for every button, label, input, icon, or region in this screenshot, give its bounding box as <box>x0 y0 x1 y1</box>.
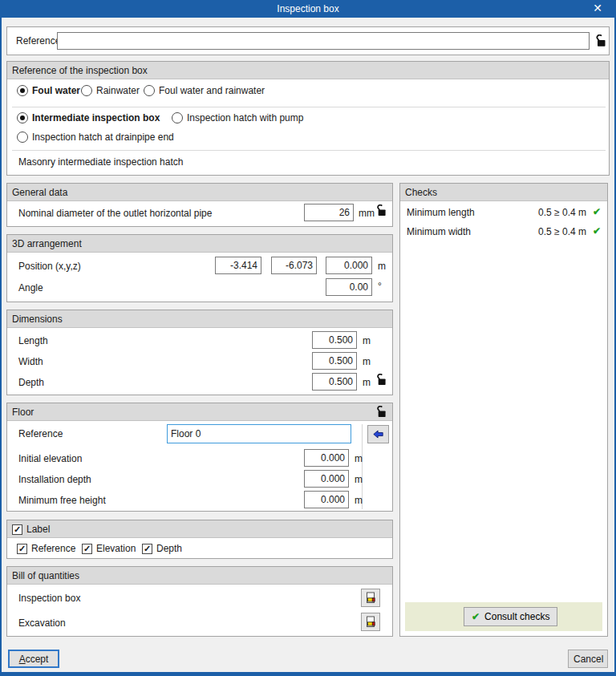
radio-icon <box>172 112 183 123</box>
label-group-title: Label <box>26 524 50 535</box>
check-min-length-label: Minimum length <box>407 207 475 218</box>
back-arrow-icon <box>373 429 383 439</box>
depth-unit: m <box>363 377 371 388</box>
unlock-icon[interactable] <box>375 406 387 420</box>
check-icon: ✔ <box>472 611 480 622</box>
floor-reference-input[interactable] <box>167 424 351 443</box>
width-unit: m <box>363 356 371 367</box>
consult-checks-button[interactable]: ✔ Consult checks <box>464 607 557 626</box>
radio-icon <box>144 85 155 96</box>
reference-label: Reference <box>16 35 60 47</box>
reference-input[interactable] <box>57 32 590 50</box>
boq-inspection-box-label: Inspection box <box>18 593 80 604</box>
checkbox-label: Reference <box>31 543 75 554</box>
depth-label: Depth <box>18 377 44 388</box>
unlock-icon[interactable] <box>594 34 606 50</box>
type-group: Reference of the inspection box Foul wat… <box>6 61 610 176</box>
unlock-icon[interactable] <box>375 204 387 219</box>
radio-inspection-hatch-with-pump[interactable]: Inspection hatch with pump <box>172 111 303 124</box>
titlebar: Inspection box ✕ <box>0 0 616 18</box>
label-checkbox[interactable]: ✓ Label <box>12 523 50 536</box>
select-floor-button[interactable] <box>367 425 389 443</box>
position-y-input[interactable] <box>271 257 317 274</box>
boq-excavation-button[interactable] <box>361 613 380 631</box>
radio-inspection-hatch-drainpipe-end[interactable]: Inspection hatch at drainpipe end <box>17 131 174 144</box>
label-depth-checkbox[interactable]: ✓ Depth <box>142 542 182 555</box>
radio-label: Intermediate inspection box <box>32 112 160 123</box>
diameter-label: Nominal diameter of the outlet horizonta… <box>18 208 212 219</box>
dialog-title: Inspection box <box>0 0 616 18</box>
angle-label: Angle <box>18 282 43 293</box>
checks-title: Checks <box>400 184 607 201</box>
min-free-height-unit: m <box>355 495 363 506</box>
check-min-width-value: 0.5 ≥ 0.4 m <box>538 226 586 237</box>
radio-label: Inspection hatch at drainpipe end <box>32 132 174 143</box>
min-free-height-label: Minimum free height <box>18 495 106 506</box>
initial-elevation-unit: m <box>355 453 363 464</box>
inspection-box-dialog: Inspection box ✕ Reference Reference of … <box>0 0 616 676</box>
radio-label: Rainwater <box>96 85 140 96</box>
floor-group: Floor Reference Initial elevation m Inst… <box>6 403 393 512</box>
radio-foul-water[interactable]: Foul water <box>17 84 80 97</box>
radio-rainwater[interactable]: Rainwater <box>81 84 140 97</box>
check-pass-icon: ✔ <box>593 225 601 237</box>
boq-inspection-box-button[interactable] <box>361 589 380 607</box>
accept-label: Accept <box>19 654 49 665</box>
consult-checks-label: Consult checks <box>484 611 549 622</box>
check-pass-icon: ✔ <box>593 206 601 217</box>
label-reference-checkbox[interactable]: ✓ Reference <box>17 542 75 555</box>
checks-group: Checks Minimum length 0.5 ≥ 0.4 m ✔ Mini… <box>399 183 608 637</box>
boq-title: Bill of quantities <box>7 567 392 585</box>
arrangement-group: 3D arrangement Position (x,y,z) m Angle … <box>6 234 393 302</box>
separator <box>12 150 606 151</box>
checkbox-checked-icon: ✓ <box>82 544 92 554</box>
angle-input[interactable] <box>326 278 372 296</box>
floor-title: Floor <box>7 403 392 421</box>
position-unit: m <box>378 261 386 272</box>
check-min-width-label: Minimum width <box>407 226 471 237</box>
position-z-input[interactable] <box>326 257 372 274</box>
length-input[interactable] <box>312 331 357 349</box>
label-elevation-checkbox[interactable]: ✓ Elevation <box>82 542 136 555</box>
checkbox-checked-icon: ✓ <box>12 524 22 535</box>
diameter-unit: mm <box>359 208 375 219</box>
checkbox-label: Elevation <box>96 543 136 554</box>
radio-foul-and-rainwater[interactable]: Foul water and rainwater <box>144 84 265 97</box>
check-min-length-value: 0.5 ≥ 0.4 m <box>538 207 586 218</box>
radio-label: Inspection hatch with pump <box>187 112 303 123</box>
checkbox-label: Depth <box>156 543 182 554</box>
dimensions-title: Dimensions <box>7 310 392 328</box>
unlock-icon[interactable] <box>375 374 387 388</box>
type-description: Masonry intermediate inspection hatch <box>18 156 183 168</box>
boq-group: Bill of quantities Inspection box Excava… <box>6 566 393 637</box>
floor-reference-label: Reference <box>18 428 63 439</box>
radio-icon <box>81 85 92 96</box>
checkbox-checked-icon: ✓ <box>142 544 152 554</box>
cancel-label: Cancel <box>573 654 603 665</box>
boq-excavation-label: Excavation <box>18 617 66 629</box>
boq-icon <box>364 616 377 629</box>
accept-button[interactable]: Accept <box>8 650 59 668</box>
position-x-input[interactable] <box>215 257 261 274</box>
installation-depth-input[interactable] <box>304 470 349 488</box>
consult-checks-strip: ✔ Consult checks <box>405 602 602 631</box>
label-group: ✓ Label ✓ Reference ✓ Elevation ✓ Depth <box>6 520 393 559</box>
separator <box>12 107 606 107</box>
radio-intermediate-inspection-box[interactable]: Intermediate inspection box <box>17 111 160 124</box>
length-unit: m <box>363 335 371 346</box>
type-group-title: Reference of the inspection box <box>7 62 609 79</box>
depth-input[interactable] <box>312 373 357 391</box>
general-data-group: General data Nominal diameter of the out… <box>6 183 393 227</box>
length-label: Length <box>18 335 48 346</box>
radio-selected-icon <box>17 85 28 96</box>
close-icon[interactable]: ✕ <box>586 0 610 18</box>
general-data-title: General data <box>7 184 392 201</box>
initial-elevation-label: Initial elevation <box>18 453 82 464</box>
diameter-input[interactable] <box>304 204 354 221</box>
arrangement-title: 3D arrangement <box>7 235 392 253</box>
width-input[interactable] <box>312 352 357 370</box>
min-free-height-input[interactable] <box>304 491 349 508</box>
cancel-button[interactable]: Cancel <box>568 650 608 668</box>
initial-elevation-input[interactable] <box>304 449 349 467</box>
installation-depth-label: Installation depth <box>18 474 91 485</box>
